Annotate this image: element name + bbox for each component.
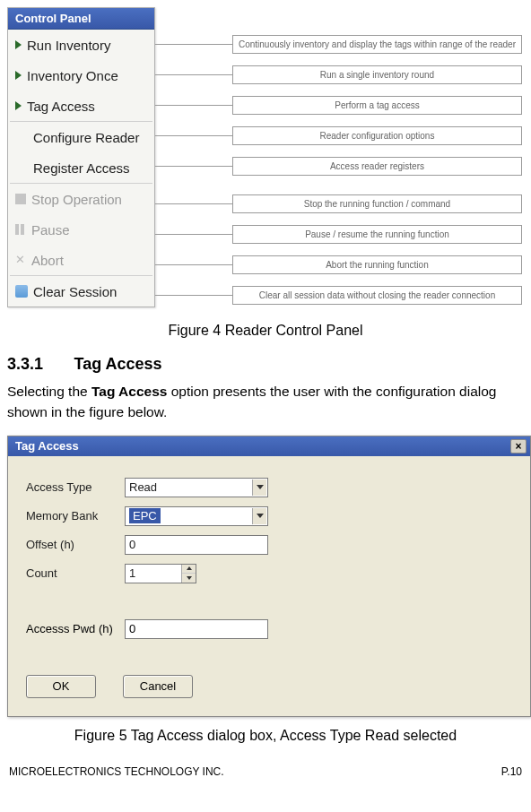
section-heading: 3.3.1 Tag Access: [7, 355, 524, 374]
callout-text: Run a single inventory round: [232, 65, 522, 84]
spinner-value: 1: [129, 566, 135, 580]
control-panel-title: Control Panel: [8, 8, 154, 30]
panel-item-run-inventory[interactable]: Run Inventory: [8, 30, 154, 60]
label-access-type: Access Type: [26, 480, 125, 494]
play-icon: [15, 40, 22, 49]
select-value: Read: [129, 480, 157, 494]
panel-item-pause: Pause: [8, 214, 154, 245]
panel-item-label: Clear Session: [33, 284, 117, 299]
label-access-pwd: Accesss Pwd (h): [26, 622, 125, 635]
callout-text: Reader configuration options: [232, 126, 522, 145]
panel-item-label: Register Access: [33, 160, 130, 176]
callout-text: Stop the running function / command: [232, 194, 522, 213]
section-number: 3.3.1: [7, 355, 43, 373]
panel-item-label: Inventory Once: [27, 68, 118, 83]
access-type-select[interactable]: Read: [125, 478, 268, 497]
ok-button[interactable]: OK: [26, 675, 96, 698]
panel-item-tag-access[interactable]: Tag Access: [8, 91, 154, 121]
spinner-up-icon[interactable]: [182, 565, 196, 574]
callout-text: Pause / resume the running function: [232, 225, 522, 244]
spinner-down-icon[interactable]: [182, 574, 196, 583]
stop-icon: [15, 194, 26, 204]
offset-input[interactable]: 0: [125, 535, 268, 555]
control-panel: Control Panel Run Inventory Inventory On…: [7, 7, 155, 307]
select-value: EPC: [129, 508, 161, 523]
abort-icon: ✕: [15, 255, 26, 265]
clear-session-icon: [15, 285, 28, 298]
panel-item-inventory-once[interactable]: Inventory Once: [8, 60, 154, 91]
close-button[interactable]: ×: [510, 439, 527, 454]
dialog-body: Access Type Read Memory Bank EPC Offset …: [8, 456, 530, 716]
panel-item-clear-session[interactable]: Clear Session: [8, 276, 154, 307]
blank-icon: [15, 131, 28, 143]
panel-item-label: Configure Reader: [33, 130, 139, 145]
panel-item-label: Abort: [31, 253, 64, 268]
callouts: Continuously inventory and display the t…: [155, 7, 524, 310]
section-title: Tag Access: [74, 355, 162, 373]
figure-caption: Figure 4 Reader Control Panel: [7, 323, 524, 339]
panel-item-label: Pause: [31, 222, 70, 238]
callout-text: Access reader registers: [232, 157, 522, 176]
panel-item-configure-reader[interactable]: Configure Reader: [8, 122, 154, 152]
panel-item-label: Stop Operation: [31, 192, 122, 207]
callout-text: Continuously inventory and display the t…: [232, 35, 522, 54]
play-icon: [15, 71, 22, 80]
dialog-title: Tag Access: [15, 439, 79, 453]
panel-item-label: Run Inventory: [27, 38, 110, 53]
footer-right: P.10: [501, 765, 522, 778]
memory-bank-select[interactable]: EPC: [125, 506, 268, 526]
callout-text: Clear all session data without closing t…: [232, 286, 522, 305]
section-body: Selecting the Tag Access option presents…: [7, 381, 524, 423]
panel-item-register-access[interactable]: Register Access: [8, 152, 154, 183]
dialog-titlebar: Tag Access ×: [8, 436, 530, 456]
spinner-buttons[interactable]: [181, 565, 196, 583]
label-offset: Offset (h): [26, 538, 125, 551]
panel-item-label: Tag Access: [27, 99, 95, 114]
cancel-button[interactable]: Cancel: [123, 675, 193, 698]
chevron-down-icon: [252, 479, 266, 496]
count-spinner[interactable]: 1: [125, 564, 196, 583]
input-value: 0: [129, 538, 135, 551]
blank-icon: [15, 161, 28, 174]
callout-text: Abort the running function: [232, 255, 522, 274]
panel-item-abort: ✕ Abort: [8, 245, 154, 275]
page-footer: MICROELECTRONICS TECHNOLOGY INC. P.10: [7, 765, 524, 778]
access-pwd-input[interactable]: 0: [125, 619, 268, 639]
callout-text: Perform a tag access: [232, 96, 522, 115]
footer-left: MICROELECTRONICS TECHNOLOGY INC.: [9, 765, 224, 778]
figure-caption: Figure 5 Tag Access dialog box, Access T…: [7, 728, 524, 744]
pause-icon: [15, 224, 26, 235]
label-memory-bank: Memory Bank: [26, 509, 125, 523]
label-count: Count: [26, 566, 125, 580]
panel-item-stop-operation: Stop Operation: [8, 184, 154, 214]
figure-reader-control-panel: Control Panel Run Inventory Inventory On…: [7, 7, 524, 310]
chevron-down-icon: [252, 508, 266, 524]
tag-access-dialog: Tag Access × Access Type Read Memory Ban…: [7, 436, 531, 717]
input-value: 0: [129, 622, 135, 635]
play-icon: [15, 101, 22, 110]
